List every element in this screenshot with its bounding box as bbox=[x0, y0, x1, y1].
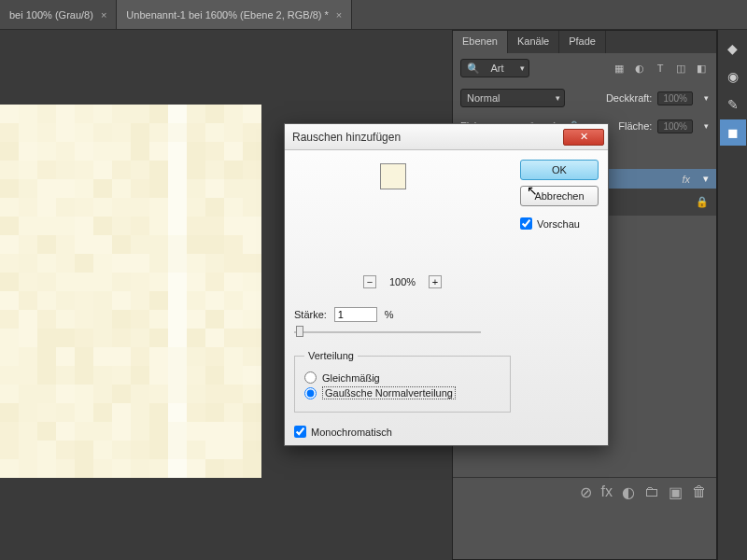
strip-paths-icon[interactable]: ✎ bbox=[720, 91, 746, 118]
fill-label: Fläche: bbox=[618, 120, 652, 132]
chevron-down-icon: ▾ bbox=[520, 63, 525, 73]
distribution-legend: Verteilung bbox=[304, 350, 358, 361]
blend-mode-select[interactable]: Normal ▾ bbox=[460, 89, 565, 107]
filter-shape-icon[interactable]: ◫ bbox=[673, 61, 688, 76]
chevron-down-icon: ▾ bbox=[704, 93, 709, 103]
distribution-group: Verteilung Gleichmäßig Gaußsche Normalve… bbox=[294, 350, 511, 413]
canvas-content bbox=[0, 105, 261, 478]
panel-footer: ⊘ fx ◐ 🗀 ▣ 🗑 bbox=[453, 477, 716, 507]
strip-active-icon[interactable]: ◼ bbox=[720, 119, 746, 146]
trash-icon[interactable]: 🗑 bbox=[692, 483, 707, 501]
preview-label: Vorschau bbox=[537, 218, 580, 230]
fill-value[interactable]: 100% bbox=[657, 119, 693, 133]
chevron-down-icon: ▾ bbox=[704, 121, 709, 131]
dialog-titlebar[interactable]: Rauschen hinzufügen ✕ bbox=[285, 124, 608, 150]
fx-icon[interactable]: fx bbox=[682, 174, 690, 185]
search-icon: 🔍 bbox=[467, 63, 480, 75]
close-icon[interactable]: × bbox=[101, 9, 106, 21]
gaussian-radio[interactable] bbox=[304, 387, 317, 399]
monochromatic-label: Monochromatisch bbox=[311, 427, 392, 438]
mask-icon[interactable]: ◐ bbox=[622, 483, 635, 501]
filter-pixel-icon[interactable]: ▦ bbox=[612, 61, 627, 76]
tab-label: bei 100% (Grau/8) bbox=[9, 9, 93, 21]
add-noise-dialog: Rauschen hinzufügen ✕ − 100% + Stärke: %… bbox=[284, 123, 609, 446]
new-layer-icon[interactable]: ▣ bbox=[669, 483, 683, 501]
ok-button[interactable]: OK bbox=[520, 160, 599, 180]
dialog-close-button[interactable]: ✕ bbox=[563, 129, 604, 146]
document-tabs: bei 100% (Grau/8) × Unbenannt-1 bei 1600… bbox=[0, 0, 747, 30]
cancel-button[interactable]: Abbrechen bbox=[520, 186, 599, 206]
strength-slider[interactable] bbox=[294, 326, 481, 339]
preview-thumbnail bbox=[380, 163, 406, 189]
zoom-value: 100% bbox=[389, 276, 416, 287]
opacity-label: Deckkraft: bbox=[606, 92, 653, 104]
palette-strip: ◆ ◉ ✎ ◼ bbox=[717, 30, 747, 560]
lock-icon: 🔒 bbox=[696, 196, 709, 208]
strength-label: Stärke: bbox=[294, 309, 327, 320]
link-layers-icon[interactable]: ⊘ bbox=[580, 483, 592, 501]
uniform-radio[interactable] bbox=[304, 371, 317, 384]
dialog-title: Rauschen hinzufügen bbox=[292, 131, 563, 144]
preview-checkbox[interactable] bbox=[520, 217, 532, 230]
chevron-down-icon: ▾ bbox=[556, 93, 560, 103]
tab-label: Unbenannt-1 bei 1600% (Ebene 2, RGB/8) * bbox=[126, 9, 328, 21]
tab-doc-1[interactable]: bei 100% (Grau/8) × bbox=[0, 0, 117, 29]
close-icon[interactable]: × bbox=[336, 9, 342, 21]
strength-input[interactable] bbox=[334, 307, 377, 322]
opacity-value[interactable]: 100% bbox=[657, 91, 693, 105]
chevron-down-icon[interactable]: ▾ bbox=[703, 173, 709, 185]
gaussian-label: Gaußsche Normalverteilung bbox=[322, 386, 456, 399]
zoom-out-button[interactable]: − bbox=[363, 275, 376, 288]
filter-smart-icon[interactable]: ◧ bbox=[694, 61, 709, 76]
zoom-in-button[interactable]: + bbox=[429, 275, 442, 288]
monochromatic-checkbox[interactable] bbox=[294, 426, 306, 438]
strip-channels-icon[interactable]: ◉ bbox=[720, 63, 746, 90]
uniform-label: Gleichmäßig bbox=[322, 372, 380, 384]
strength-unit: % bbox=[385, 309, 394, 320]
panel-tab-channels[interactable]: Kanäle bbox=[508, 31, 559, 53]
slider-thumb[interactable] bbox=[296, 326, 303, 337]
panel-tab-paths[interactable]: Pfade bbox=[559, 31, 606, 53]
filter-type-icon[interactable]: T bbox=[653, 61, 668, 76]
slider-track bbox=[294, 331, 481, 333]
fx-button-icon[interactable]: fx bbox=[601, 483, 613, 501]
new-group-icon[interactable]: 🗀 bbox=[644, 483, 659, 501]
filter-adjust-icon[interactable]: ◐ bbox=[632, 61, 647, 76]
tab-doc-2[interactable]: Unbenannt-1 bei 1600% (Ebene 2, RGB/8) *… bbox=[117, 0, 352, 29]
layer-filter-select[interactable]: 🔍 Art ▾ bbox=[460, 59, 529, 77]
strip-layers-icon[interactable]: ◆ bbox=[720, 35, 746, 62]
panel-tab-layers[interactable]: Ebenen bbox=[453, 31, 508, 53]
